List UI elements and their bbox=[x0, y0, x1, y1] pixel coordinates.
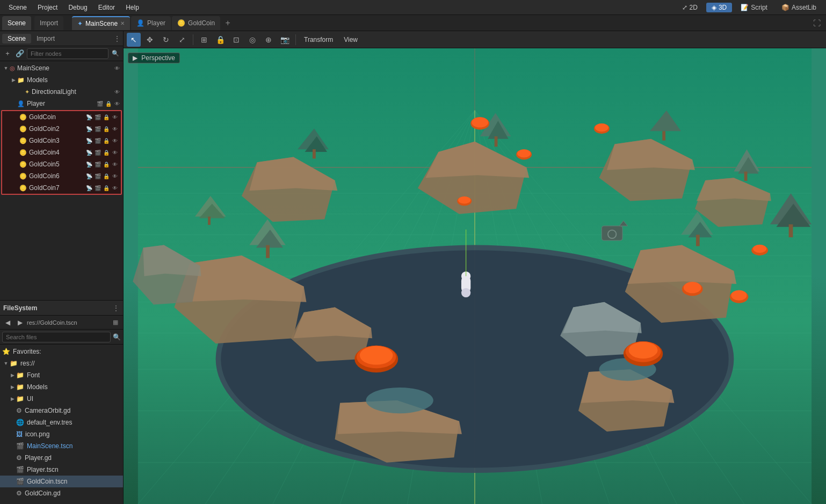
lock-tool-button[interactable]: 🔒 bbox=[213, 33, 227, 47]
group-tool-button[interactable]: ⊡ bbox=[229, 33, 243, 47]
fs-icon-item[interactable]: ▶ 🖼 icon.png bbox=[0, 428, 123, 440]
mode-2d-button[interactable]: ⤢ 2D bbox=[677, 3, 703, 12]
fs-back-button[interactable]: ◀ bbox=[2, 317, 13, 328]
fs-menu-button[interactable]: ⋮ bbox=[112, 304, 120, 312]
tab-goldcoin[interactable]: 🪙 GoldCoin bbox=[172, 16, 220, 30]
gc7-node-icon: 🪙 bbox=[19, 185, 27, 192]
scale-tool-button[interactable]: ⤢ bbox=[175, 33, 189, 47]
tab-mainscene[interactable]: ✦ MainScene ✕ bbox=[72, 16, 130, 30]
fs-search-input[interactable] bbox=[2, 332, 111, 342]
gc6-node-icon: 🪙 bbox=[19, 173, 27, 180]
move-tool-button[interactable]: ✥ bbox=[143, 33, 157, 47]
player-eye-icon: 👁 bbox=[113, 101, 121, 107]
perspective-label[interactable]: ▶ Perspective bbox=[128, 53, 180, 63]
svg-point-79 bbox=[360, 346, 393, 365]
fs-grid-button[interactable]: ▦ bbox=[110, 317, 121, 328]
fs-playertscn-icon: 🎬 bbox=[16, 466, 24, 473]
fs-root-item[interactable]: ▼ 📁 res:// bbox=[0, 357, 123, 369]
dirlight-node-icon: ✦ bbox=[25, 89, 30, 96]
filter-nodes-input[interactable] bbox=[27, 48, 108, 59]
svg-rect-68 bbox=[208, 217, 211, 225]
tree-item-goldcoin2[interactable]: ▶ 🪙 GoldCoin2 📡 🎬 🔒 👁 bbox=[2, 123, 121, 135]
tree-item-models[interactable]: ▶ 📁 Models bbox=[0, 74, 123, 86]
menu-debug[interactable]: Debug bbox=[64, 3, 91, 12]
fs-cameraorbit-item[interactable]: ▶ ⚙ CameraOrbit.gd bbox=[0, 405, 123, 417]
mode-script-button[interactable]: 📝 Script bbox=[735, 3, 773, 12]
fs-tree: ⭐ Favorites: ▼ 📁 res:// ▶ 📁 Font ▶ bbox=[0, 345, 123, 504]
viewport: ↖ ✥ ↻ ⤢ ⊞ 🔒 ⊡ ◎ ⊕ 📷 Transform View bbox=[124, 31, 826, 504]
gc5-label: GoldCoin5 bbox=[29, 160, 85, 168]
fs-header: FileSystem ⋮ bbox=[0, 301, 123, 316]
fs-nav: ◀ ▶ res://GoldCoin.tscn ▦ bbox=[0, 316, 123, 330]
pivot-tool-button[interactable]: ◎ bbox=[245, 33, 259, 47]
menu-project[interactable]: Project bbox=[33, 3, 62, 12]
fs-forward-button[interactable]: ▶ bbox=[15, 317, 25, 328]
fs-models-item[interactable]: ▶ 📁 Models bbox=[0, 381, 123, 393]
mode-3d-button[interactable]: ◈ 3D bbox=[706, 3, 732, 12]
svg-point-76 bbox=[458, 196, 470, 204]
menu-editor[interactable]: Editor bbox=[94, 3, 119, 12]
fs-goldcointscn-item[interactable]: ▶ 🎬 GoldCoin.tscn bbox=[0, 476, 123, 487]
fs-ui-arrow-icon: ▶ bbox=[9, 396, 16, 401]
player-label: Player bbox=[27, 100, 96, 107]
view-label[interactable]: View bbox=[339, 35, 362, 45]
add-tab-button[interactable]: + bbox=[221, 17, 234, 30]
perspective-arrow-icon: ▶ bbox=[133, 54, 137, 62]
tree-item-goldcoin6[interactable]: ▶ 🪙 GoldCoin6 📡 🎬 🔒 👁 bbox=[2, 170, 121, 182]
rotate-tool-button[interactable]: ↻ bbox=[159, 33, 173, 47]
fs-font-item[interactable]: ▶ 📁 Font bbox=[0, 369, 123, 381]
tree-item-mainscene[interactable]: ▼ ◎ MainScene 👁 bbox=[0, 62, 123, 74]
fs-models-folder-icon: 📁 bbox=[16, 383, 24, 391]
svg-point-86 bbox=[731, 290, 747, 301]
transform-label[interactable]: Transform bbox=[300, 35, 337, 45]
viewport-canvas[interactable]: ▶ Perspective bbox=[124, 48, 826, 504]
fullscreen-button[interactable]: ⛶ bbox=[810, 18, 824, 28]
fs-icon-png-icon: 🖼 bbox=[16, 430, 23, 438]
tree-item-goldcoin7[interactable]: ▶ 🪙 GoldCoin7 📡 🎬 🔒 👁 bbox=[2, 182, 121, 194]
mode-assetlib-button[interactable]: 📦 AssetLib bbox=[776, 3, 822, 12]
tree-item-dirlight[interactable]: ▶ ✦ DirectionalLight 👁 bbox=[0, 86, 123, 98]
menu-help[interactable]: Help bbox=[121, 3, 143, 12]
fs-search-bar: 🔍 bbox=[0, 330, 123, 345]
player-cam-icon: 🎬 bbox=[96, 101, 104, 107]
fs-goldcointscn-label: GoldCoin.tscn bbox=[27, 478, 67, 485]
tab-player[interactable]: 👤 Player bbox=[131, 16, 171, 30]
select-tool-button[interactable]: ↖ bbox=[127, 33, 141, 47]
extra-tool-button[interactable]: ⊕ bbox=[262, 33, 276, 47]
scene-subtabs: Scene Import ⋮ bbox=[0, 31, 123, 46]
scene-svg bbox=[124, 48, 826, 504]
gc3-node-icon: 🪙 bbox=[19, 137, 27, 144]
fs-playergd-item[interactable]: ▶ ⚙ Player.gd bbox=[0, 452, 123, 464]
fs-defaultenv-item[interactable]: ▶ 🌐 default_env.tres bbox=[0, 417, 123, 428]
fs-mainscene-item[interactable]: ▶ 🎬 MainScene.tscn bbox=[0, 440, 123, 452]
tree-item-goldcoin4[interactable]: ▶ 🪙 GoldCoin4 📡 🎬 🔒 👁 bbox=[2, 147, 121, 158]
mainscene-close-icon[interactable]: ✕ bbox=[120, 20, 125, 26]
tree-item-player[interactable]: ▶ 👤 Player 🎬 🔒 👁 bbox=[0, 98, 123, 109]
player-node-icon: 👤 bbox=[17, 100, 25, 107]
camera-tool-button[interactable]: 📷 bbox=[278, 33, 292, 47]
menu-scene[interactable]: Scene bbox=[4, 3, 31, 12]
link-node-button[interactable]: 🔗 bbox=[15, 48, 25, 60]
tree-item-goldcoin5[interactable]: ▶ 🪙 GoldCoin5 📡 🎬 🔒 👁 bbox=[2, 158, 121, 170]
main-layout: Scene Import ⋮ + 🔗 🔍 ▼ ◎ MainScene 👁 bbox=[0, 31, 826, 504]
add-node-button[interactable]: + bbox=[2, 48, 13, 60]
search-node-button[interactable]: 🔍 bbox=[110, 48, 121, 60]
fs-playertscn-item[interactable]: ▶ 🎬 Player.tscn bbox=[0, 464, 123, 476]
fs-font-arrow-icon: ▶ bbox=[9, 372, 16, 378]
tree-item-goldcoin[interactable]: ▶ 🪙 GoldCoin 📡 🎬 🔒 👁 bbox=[2, 111, 121, 123]
tab-scene[interactable]: Scene bbox=[2, 16, 31, 30]
snap-tool-button[interactable]: ⊞ bbox=[197, 33, 211, 47]
models-folder-icon: 📁 bbox=[17, 77, 25, 84]
subtab-import[interactable]: Import bbox=[31, 34, 60, 43]
subtab-scene[interactable]: Scene bbox=[2, 34, 31, 43]
script-icon: 📝 bbox=[741, 4, 749, 11]
fs-ui-item[interactable]: ▶ 📁 UI bbox=[0, 393, 123, 405]
mainscene-label: MainScene bbox=[17, 64, 113, 72]
fs-goldcoingd-item[interactable]: ▶ ⚙ GoldCoin.gd bbox=[0, 487, 123, 499]
gc3-label: GoldCoin3 bbox=[29, 137, 85, 144]
tab-import[interactable]: Import bbox=[34, 16, 63, 30]
scene-menu-button[interactable]: ⋮ bbox=[113, 34, 121, 43]
gc-lock-icon: 🔒 bbox=[103, 114, 110, 120]
gc7-label: GoldCoin7 bbox=[29, 184, 85, 192]
tree-item-goldcoin3[interactable]: ▶ 🪙 GoldCoin3 📡 🎬 🔒 👁 bbox=[2, 135, 121, 147]
